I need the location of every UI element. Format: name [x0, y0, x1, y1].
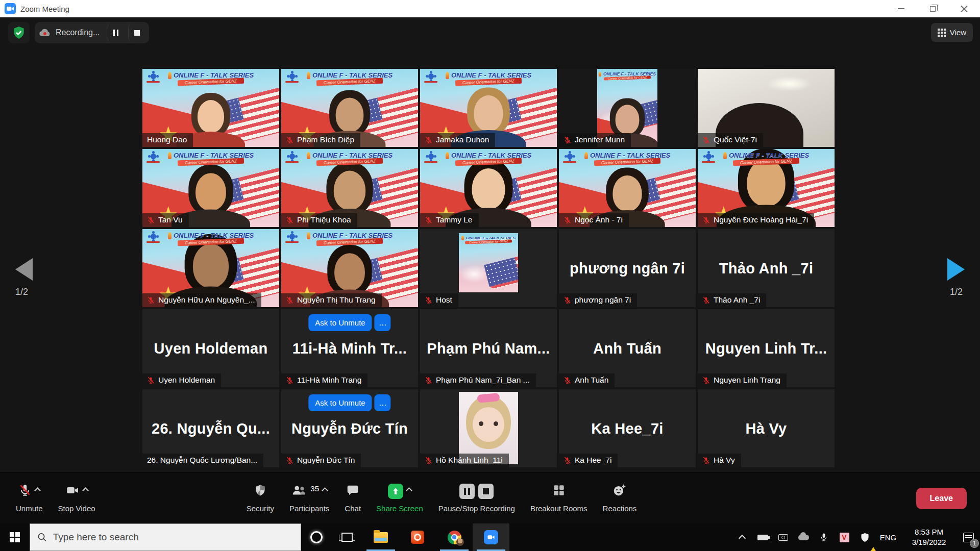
- participant-name-label: Hồ Khánh Linh_11i: [420, 454, 509, 467]
- office-button[interactable]: [399, 523, 436, 551]
- participant-name-text: Tan Vu: [158, 215, 183, 224]
- previous-page-button[interactable]: [15, 258, 33, 281]
- participant-tile[interactable]: ONLINE F - TALK SERIESCareer Orientation…: [142, 149, 279, 227]
- restore-button[interactable]: [917, 0, 948, 17]
- participant-center-name: Hà Vy: [745, 420, 787, 437]
- minimize-button[interactable]: [885, 0, 917, 17]
- ask-to-unmute-button[interactable]: Ask to Unmute: [308, 314, 372, 331]
- participant-tile[interactable]: ONLINE F - TALK SERIESCareer Orientation…: [281, 229, 418, 307]
- event-subtitle: Career Orientation for GENZ: [455, 158, 522, 166]
- start-button[interactable]: [0, 523, 30, 551]
- stop-video-icon-row: [65, 484, 88, 500]
- participant-tile[interactable]: ONLINE F - TALK SERIESCareer Orientation…: [281, 149, 418, 227]
- chevron-up-icon[interactable]: [322, 487, 328, 494]
- camera-icon: [778, 534, 788, 541]
- event-banner: ONLINE F - TALK SERIESCareer Orientation…: [420, 71, 557, 85]
- event-banner: ONLINE F - TALK SERIESCareer Orientation…: [142, 232, 279, 245]
- participant-tile[interactable]: ONLINE F - TALK SERIESCareer Orientation…: [420, 149, 557, 227]
- leave-button[interactable]: Leave: [916, 488, 967, 509]
- stop-video-button[interactable]: Stop Video: [51, 484, 103, 513]
- ask-to-unmute-button[interactable]: Ask to Unmute: [308, 394, 372, 411]
- person-face: [616, 105, 640, 134]
- chevron-up-icon[interactable]: [406, 487, 412, 494]
- chrome-button[interactable]: [436, 523, 473, 551]
- event-banner: ONLINE F - TALK SERIESCareer Orientation…: [559, 152, 696, 165]
- page-indicator-right: 1/2: [950, 287, 963, 297]
- participant-tile[interactable]: Thảo Anh _7iThảo Anh _7i: [698, 229, 835, 307]
- tray-expand-button[interactable]: [732, 523, 752, 551]
- participant-tile[interactable]: phương ngân 7iphương ngân 7i: [559, 229, 696, 307]
- view-button[interactable]: View: [931, 23, 973, 42]
- avatar-face: [473, 407, 504, 442]
- participant-tile[interactable]: Ka Hee_7iKa Hee_7i: [559, 389, 696, 467]
- participant-tile[interactable]: Nguyen Linh Tr...Nguyen Linh Trang: [698, 309, 835, 387]
- participant-center-name: Nguyen Linh Tr...: [705, 340, 827, 357]
- participant-name-label: Nguyễn Đức Hoàng Hải_7i: [698, 213, 814, 227]
- pause-stop-recording-icon-row: [459, 484, 494, 500]
- microphone-status[interactable]: [814, 523, 834, 551]
- security-button[interactable]: Security: [239, 484, 282, 513]
- taskbar-search[interactable]: [30, 523, 301, 551]
- reactions-button[interactable]: Reactions: [595, 484, 645, 513]
- participant-tile[interactable]: Phạm Phú Nam...Phạm Phú Nam_7i_Ban ...: [420, 309, 557, 387]
- pause-recording-button[interactable]: [107, 24, 124, 41]
- chevron-up-icon[interactable]: [82, 487, 89, 494]
- participant-name-label: Host: [420, 293, 458, 307]
- participant-tile[interactable]: ONLINE F - TALK SERIESCareer Orientation…: [559, 149, 696, 227]
- v-app-status[interactable]: V: [834, 523, 854, 551]
- close-button[interactable]: [948, 0, 980, 17]
- participant-tile[interactable]: Hồ Khánh Linh_11i: [420, 389, 557, 467]
- participants-button[interactable]: 35Participants: [282, 484, 337, 513]
- chat-button[interactable]: Chat: [337, 484, 369, 513]
- pause-stop-recording-button[interactable]: Pause/Stop Recording: [431, 484, 523, 513]
- taskbar-clock[interactable]: 8:53 PM 3/19/2022: [901, 523, 957, 551]
- participant-tile[interactable]: ONLINE F - TALK SERIESCareer Orientation…: [559, 69, 696, 147]
- participant-tile[interactable]: 11i-Hà Minh Tr...Ask to Unmute…11i-Hà Mi…: [281, 309, 418, 387]
- participant-tile[interactable]: Quốc Việt-7i: [698, 69, 835, 147]
- task-view-button[interactable]: [332, 523, 362, 551]
- participant-tile[interactable]: Uyen HoldemanUyen Holdeman: [142, 309, 279, 387]
- event-banner: ONLINE F - TALK SERIESCareer Orientation…: [420, 152, 557, 165]
- share-screen-button[interactable]: Share Screen: [369, 484, 431, 513]
- notification-badge: 1: [970, 539, 979, 548]
- battery-status[interactable]: [752, 523, 773, 551]
- muted-mic-icon: [147, 296, 155, 304]
- participant-name-text: Quốc Việt-7i: [714, 135, 757, 144]
- participant-name-text: Hà Vy: [714, 456, 735, 465]
- cloud-recording-icon: [38, 28, 52, 38]
- search-input[interactable]: [53, 532, 301, 543]
- meeting-info-button[interactable]: [8, 22, 30, 43]
- more-options-button[interactable]: …: [375, 314, 391, 331]
- file-explorer-button[interactable]: [362, 523, 399, 551]
- participant-tile[interactable]: 26. Nguyễn Qu...26. Nguyễn Quốc Lương/Ba…: [142, 389, 279, 467]
- chevron-up-icon[interactable]: [34, 487, 41, 494]
- participant-tile[interactable]: ONLINE F - TALK SERIESCareer Orientation…: [420, 229, 557, 307]
- participant-name-label: Uyen Holdeman: [142, 373, 221, 387]
- zoom-taskbar-button[interactable]: [473, 523, 509, 551]
- participant-tile[interactable]: Nguyễn Đức TínAsk to Unmute…Nguyễn Đức T…: [281, 389, 418, 467]
- security-icon-row: [254, 484, 266, 500]
- more-options-button[interactable]: …: [375, 394, 391, 411]
- unmute-button[interactable]: Unmute: [8, 484, 51, 513]
- onedrive-status[interactable]: [793, 523, 814, 551]
- participant-tile[interactable]: ONLINE F - TALK SERIESCareer Orientation…: [420, 69, 557, 147]
- participant-tile[interactable]: ONLINE F - TALK SERIESCareer Orientation…: [698, 149, 835, 227]
- breakout-rooms-button[interactable]: Breakout Rooms: [523, 484, 595, 513]
- person-face: [334, 171, 365, 210]
- notification-center-button[interactable]: 1: [957, 523, 980, 551]
- defender-status[interactable]: [854, 523, 875, 551]
- participant-tile[interactable]: Hà VyHà Vy: [698, 389, 835, 467]
- language-indicator[interactable]: ENG: [875, 523, 901, 551]
- next-page-button[interactable]: [947, 258, 965, 281]
- stop-recording-button[interactable]: [128, 24, 145, 41]
- host-avatar-thumbnail: ONLINE F - TALK SERIESCareer Orientation…: [459, 233, 518, 292]
- participant-tile[interactable]: ONLINE F - TALK SERIESCareer Orientation…: [281, 69, 418, 147]
- cortana-button[interactable]: [301, 523, 332, 551]
- participant-tile[interactable]: ONLINE F - TALK SERIESCareer Orientation…: [142, 69, 279, 147]
- muted-mic-icon: [147, 216, 155, 224]
- person-face: [198, 100, 224, 133]
- participant-name-text: Ngọc Ánh - 7i: [575, 215, 623, 224]
- camera-in-use-status[interactable]: [773, 523, 793, 551]
- participant-tile[interactable]: Anh TuấnAnh Tuấn: [559, 309, 696, 387]
- participant-tile[interactable]: ONLINE F - TALK SERIESCareer Orientation…: [142, 229, 279, 307]
